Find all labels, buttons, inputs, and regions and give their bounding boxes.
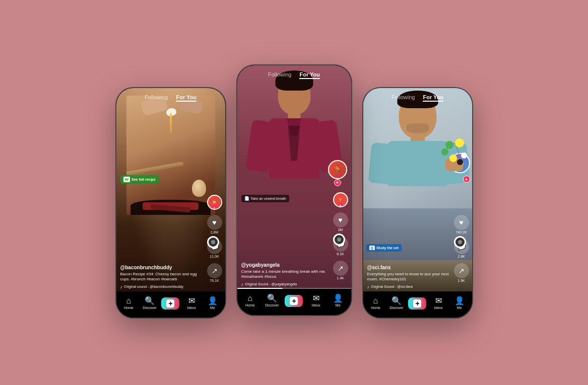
nav-home-center[interactable]: ⌂ Home xyxy=(239,294,262,307)
inbox-icon-left: ✉ xyxy=(188,297,195,305)
description-left: Bacon Recipe #34: Cheesy bacon and egg c… xyxy=(120,272,202,282)
share-count-right: 1.9K xyxy=(458,279,465,282)
nav-plus-left[interactable]: + xyxy=(160,297,181,310)
sound-center: ♪ Original Sound - @yogabyangela xyxy=(241,282,328,287)
plus-icon-center: + xyxy=(290,297,298,305)
avatar-plus-left[interactable]: + xyxy=(212,205,218,210)
like-item-right[interactable]: ♥ 740.2K xyxy=(454,215,469,234)
discover-icon-left: 🔍 xyxy=(145,297,155,305)
nav-discover-right[interactable]: 🔍 Discover xyxy=(386,297,407,310)
for-you-tab-left[interactable]: For You xyxy=(176,94,197,102)
avatar-plus-center[interactable]: + xyxy=(338,203,344,207)
me-icon-center: 👤 xyxy=(333,294,343,302)
following-tab-left[interactable]: Following xyxy=(145,94,168,102)
right-icons-right: ♥ 740.2K 💬 2.8K ↗ 1.9K xyxy=(454,215,469,282)
share-item-right[interactable]: ↗ 1.9K xyxy=(454,263,469,282)
recipe-badge[interactable]: W See full recipe xyxy=(120,175,159,184)
yoga-mesh xyxy=(287,126,302,161)
comment-count-right: 2.8K xyxy=(458,255,465,258)
plus-button-left[interactable]: + xyxy=(161,297,179,310)
nav-inbox-left[interactable]: ✉ Inbox xyxy=(181,297,202,310)
recipe-badge-text: See full recipe xyxy=(132,178,155,181)
bottom-content-right: @sci.fans Everything you need to know to… xyxy=(367,265,449,289)
following-tab-center[interactable]: Following xyxy=(268,71,291,79)
nav-plus-center[interactable]: + xyxy=(283,295,305,307)
phone-left-screen: W See full recipe Following For You B + … xyxy=(116,88,225,318)
discover-label-center: Discover xyxy=(265,303,279,307)
avatar-left[interactable]: B + xyxy=(207,195,222,210)
plus-button-center[interactable]: + xyxy=(285,295,303,307)
recipe-badge-icon: W xyxy=(123,177,130,182)
plus-button-right[interactable]: + xyxy=(408,297,426,310)
rolling-pin xyxy=(126,162,184,176)
like-icon-left: ♥ xyxy=(207,215,222,230)
for-you-tab-center[interactable]: For You xyxy=(299,71,320,79)
share-icon-left: ↗ xyxy=(207,263,222,278)
like-count-right: 740.2K xyxy=(455,230,467,234)
bottom-content-left: @baconbrunchbuddy Bacon Recipe #34: Chee… xyxy=(120,265,202,289)
atom-yellow-2 xyxy=(449,155,457,162)
inbox-label-center: Inbox xyxy=(312,303,320,307)
share-icon-center: ↗ xyxy=(333,261,348,276)
nav-me-right[interactable]: 👤 Me xyxy=(449,297,470,310)
for-you-tab-right[interactable]: For You xyxy=(423,94,443,102)
me-label-center: Me xyxy=(336,303,341,307)
username-center[interactable]: @yogabyangela xyxy=(241,262,328,268)
breath-text: Take an unwind breath xyxy=(251,197,286,200)
study-text: Study the set xyxy=(376,246,399,250)
avatar-center[interactable]: Y + xyxy=(333,192,348,207)
me-icon-left: 👤 xyxy=(208,297,218,305)
phone-center-screen: 🏃 + 📄 Take an unwind breath Following Fo… xyxy=(237,65,351,315)
science-shirt xyxy=(387,141,448,186)
share-item-center[interactable]: ↗ 1.4K xyxy=(333,261,348,280)
nav-discover-left[interactable]: 🔍 Discover xyxy=(139,297,160,310)
right-icons-left: B + ♥ 2.8M 💬 11.0K ↗ 76.1K xyxy=(207,195,222,282)
sound-note-left: ♪ xyxy=(120,284,123,289)
brown-egg xyxy=(192,180,206,197)
following-tab-right[interactable]: Following xyxy=(391,94,415,102)
phone-center: 🏃 + 📄 Take an unwind breath Following Fo… xyxy=(236,64,352,316)
sound-note-right: ♪ xyxy=(367,284,370,289)
pan xyxy=(130,200,210,215)
nav-home-left[interactable]: ⌂ Home xyxy=(118,297,140,310)
study-badge[interactable]: Q Study the set xyxy=(366,244,402,252)
home-icon-right: ⌂ xyxy=(373,297,378,305)
avatar-emoji-center: Y xyxy=(339,197,342,202)
nav-me-center[interactable]: 👤 Me xyxy=(327,294,349,307)
discover-label-right: Discover xyxy=(389,306,403,310)
nav-home-right[interactable]: ⌂ Home xyxy=(365,297,386,310)
sound-right: ♪ Original Sound - @sci.fans xyxy=(367,284,449,289)
nav-inbox-center[interactable]: ✉ Inbox xyxy=(305,294,327,307)
atom-green-2 xyxy=(441,148,448,156)
nav-discover-center[interactable]: 🔍 Discover xyxy=(261,294,283,307)
molecule-model xyxy=(440,138,468,166)
sticker-plus: + xyxy=(334,179,341,186)
username-right[interactable]: @sci.fans xyxy=(367,265,449,270)
nav-inbox-right[interactable]: ✉ Inbox xyxy=(428,297,449,310)
like-count-center: 2M xyxy=(338,228,343,232)
home-label-right: Home xyxy=(371,306,380,310)
breath-badge[interactable]: 📄 Take an unwind breath xyxy=(241,195,289,202)
atom-black-1 xyxy=(457,159,463,165)
username-left[interactable]: @baconbrunchbuddy xyxy=(120,265,202,270)
nav-me-left[interactable]: 👤 Me xyxy=(202,297,223,310)
like-item-left[interactable]: ♥ 2.8M xyxy=(207,215,222,234)
sound-note-center: ♪ xyxy=(241,282,244,287)
disc-inner-right xyxy=(458,240,462,244)
discover-icon-right: 🔍 xyxy=(391,297,402,305)
phones-container: W See full recipe Following For You B + … xyxy=(115,67,473,319)
atom-white-1 xyxy=(461,152,467,159)
atom-green-1 xyxy=(445,141,453,149)
description-center: Come take a 1-minute breathing break wit… xyxy=(241,269,328,280)
like-icon-center: ♥ xyxy=(333,212,348,227)
food-image xyxy=(126,96,215,215)
share-item-left[interactable]: ↗ 76.1K xyxy=(207,263,222,282)
study-badge-icon: Q xyxy=(369,246,375,250)
like-count-left: 2.8M xyxy=(211,230,219,234)
like-item-center[interactable]: ♥ 2M xyxy=(333,212,348,232)
home-label-center: Home xyxy=(245,303,255,307)
nav-bar-left: ⌂ Home 🔍 Discover + ✉ Inbox 👤 xyxy=(116,291,225,318)
yoga-head xyxy=(278,74,310,115)
nav-plus-right[interactable]: + xyxy=(407,297,428,310)
home-icon-left: ⌂ xyxy=(126,297,131,305)
